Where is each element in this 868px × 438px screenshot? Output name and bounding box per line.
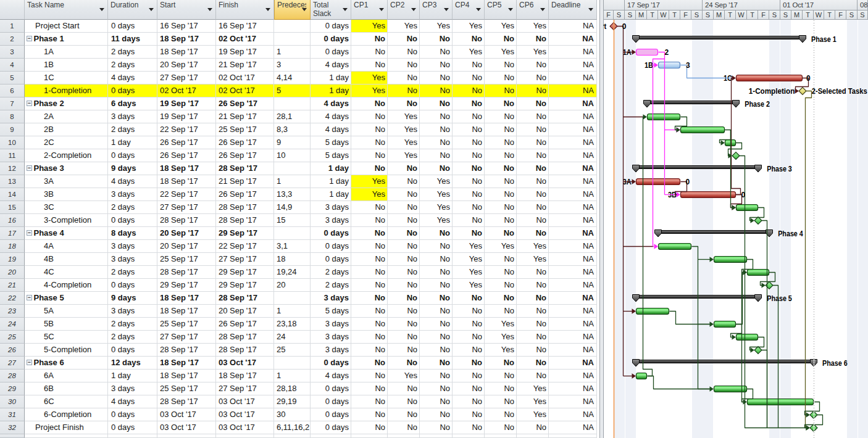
svg-text:0: 0 <box>741 191 746 199</box>
svg-text:0: 0 <box>806 74 811 83</box>
svg-text:Phase 6: Phase 6 <box>822 359 848 368</box>
svg-text:Phase 4: Phase 4 <box>778 229 803 238</box>
svg-text:Phase 1: Phase 1 <box>811 35 837 44</box>
svg-text:0: 0 <box>622 22 627 31</box>
svg-text:0: 0 <box>686 178 690 186</box>
svg-text:2-Selected Tasks: 2-Selected Tasks <box>812 87 867 96</box>
svg-text:1B: 1B <box>645 61 653 70</box>
svg-text:3: 3 <box>686 61 690 70</box>
svg-text:1-Completion: 1-Completion <box>749 87 795 96</box>
svg-text:Phase 2: Phase 2 <box>745 100 770 109</box>
svg-text:Project Start: Project Start <box>603 22 606 31</box>
svg-text:Phase 3: Phase 3 <box>767 165 792 173</box>
svg-text:Phase 5: Phase 5 <box>767 294 792 303</box>
svg-text:2: 2 <box>665 48 669 57</box>
